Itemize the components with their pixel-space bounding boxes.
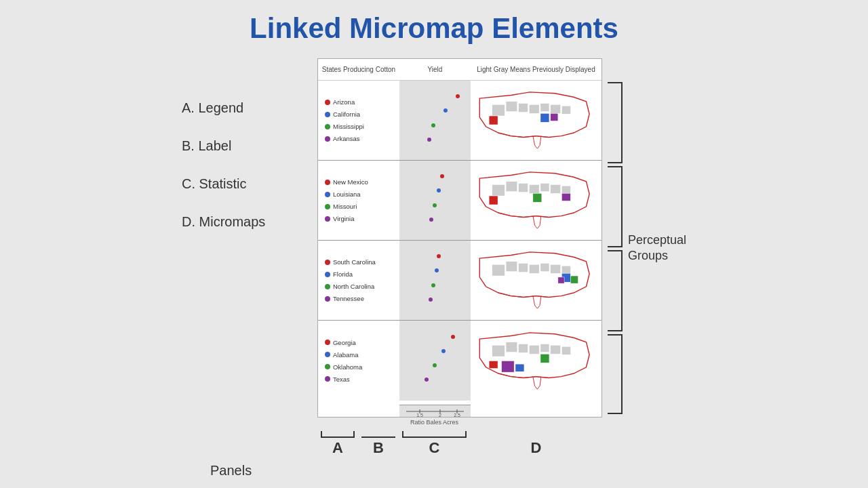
dot-red [325, 260, 330, 265]
svg-rect-19 [561, 193, 570, 201]
diagram-header: States Producing Cotton Yield Light Gray… [318, 59, 601, 81]
label-a: A. Legend [182, 99, 311, 117]
group-2-yield [399, 161, 471, 240]
group-1-legend: Arizona California Mississippi Arka [318, 81, 399, 160]
svg-rect-39 [489, 361, 498, 368]
svg-text:2.5: 2.5 [454, 413, 460, 417]
svg-rect-2 [519, 104, 528, 113]
dot-purple [325, 376, 330, 382]
svg-rect-5 [551, 104, 561, 113]
label-d: D. Micromaps [182, 213, 311, 230]
svg-rect-30 [492, 345, 505, 357]
header-map: Light Gray Means Previously Displayed [471, 66, 601, 74]
page-title: Linked Micromap Elements [0, 0, 868, 52]
svg-rect-21 [506, 262, 517, 272]
diagram-container: States Producing Cotton Yield Light Gray… [317, 58, 602, 457]
pg-bracket-1 [608, 82, 623, 163]
svg-rect-14 [540, 184, 549, 192]
yield-dots-1 [399, 81, 471, 160]
svg-rect-9 [551, 113, 558, 121]
svg-rect-33 [529, 345, 539, 354]
bottom-label-a-col: A [317, 431, 358, 457]
pg-bracket-3 [608, 250, 623, 331]
perceptual-groups-wrapper: Perceptual Groups [608, 82, 686, 414]
svg-rect-12 [519, 184, 528, 192]
label-c: C. Statistic [182, 175, 311, 192]
svg-rect-34 [540, 344, 549, 352]
bottom-label-c-col: C [399, 431, 470, 457]
legend-item: Mississippi [325, 121, 397, 132]
legend-item: Arizona [325, 97, 397, 108]
us-map-2 [473, 165, 599, 236]
legend-item: California [325, 109, 397, 120]
svg-rect-20 [492, 264, 505, 276]
legend-item: Virginia [325, 214, 397, 224]
dot-green [325, 124, 330, 129]
panels-label: Panels [210, 463, 252, 479]
group-1: Arizona California Mississippi Arka [318, 81, 601, 161]
dot-red [325, 340, 330, 345]
svg-rect-22 [519, 264, 528, 272]
yield-axis-area: 1.5 2 2.5 [399, 405, 471, 417]
svg-text:2: 2 [439, 413, 441, 417]
dot-purple [325, 136, 330, 142]
group-1-yield [399, 81, 471, 160]
legend-item: Oklahoma [325, 361, 397, 372]
svg-rect-18 [533, 193, 542, 202]
svg-rect-3 [529, 104, 539, 113]
group-2: New Mexico Louisiana Missouri Virgi [318, 161, 601, 241]
legend-item: New Mexico [325, 177, 397, 188]
dot-blue [325, 112, 330, 117]
legend-item: Louisiana [325, 189, 397, 200]
group-3-yield [399, 241, 471, 320]
svg-rect-16 [561, 186, 570, 194]
dot-green [325, 364, 330, 369]
svg-rect-40 [540, 354, 549, 363]
svg-rect-23 [529, 264, 539, 273]
svg-rect-26 [561, 266, 570, 274]
header-legend: States Producing Cotton [318, 66, 399, 74]
svg-rect-7 [489, 116, 498, 125]
legend-item: Arkansas [325, 134, 397, 144]
svg-rect-10 [492, 184, 505, 196]
group-3: South Carolina Florida North Carolina [318, 241, 601, 321]
group-4-legend: Georgia Alabama Oklahoma Texas [318, 321, 399, 401]
dot-green [325, 204, 330, 209]
pg-bracket-4 [608, 334, 623, 414]
bottom-label-b-col: B [358, 431, 399, 457]
group-1-map [471, 81, 601, 160]
bracket-c [402, 431, 467, 438]
svg-rect-29 [558, 277, 564, 283]
bottom-label-a: A [332, 439, 343, 457]
svg-rect-17 [489, 196, 498, 205]
group-4-map [471, 321, 601, 401]
bracket-a [321, 431, 355, 438]
us-map-1 [473, 85, 599, 156]
svg-rect-6 [561, 106, 570, 114]
svg-rect-25 [551, 264, 561, 273]
dot-green [325, 284, 330, 289]
svg-text:1.5: 1.5 [416, 413, 423, 417]
legend-item: North Carolina [325, 281, 397, 292]
dot-blue [325, 352, 330, 357]
label-b: B. Label [182, 137, 311, 155]
group-4-yield [399, 321, 471, 401]
us-map-4 [473, 325, 599, 396]
legend-item: South Carolina [325, 257, 397, 268]
bottom-label-d-col: D [470, 431, 602, 457]
svg-rect-32 [519, 344, 528, 352]
dot-red [325, 100, 330, 105]
svg-rect-28 [570, 276, 578, 283]
yield-dots-2 [399, 161, 471, 240]
svg-rect-0 [492, 104, 505, 116]
dot-purple [325, 216, 330, 222]
ratio-bales-label: Ratio Bales Acres [399, 419, 470, 426]
legend-item: Alabama [325, 349, 397, 360]
legend-item: Tennessee [325, 293, 397, 304]
dot-red [325, 180, 330, 185]
bottom-label-d: D [531, 439, 542, 457]
svg-rect-4 [540, 104, 549, 112]
dot-blue [325, 272, 330, 277]
us-map-3 [473, 245, 599, 316]
svg-rect-38 [515, 364, 524, 371]
